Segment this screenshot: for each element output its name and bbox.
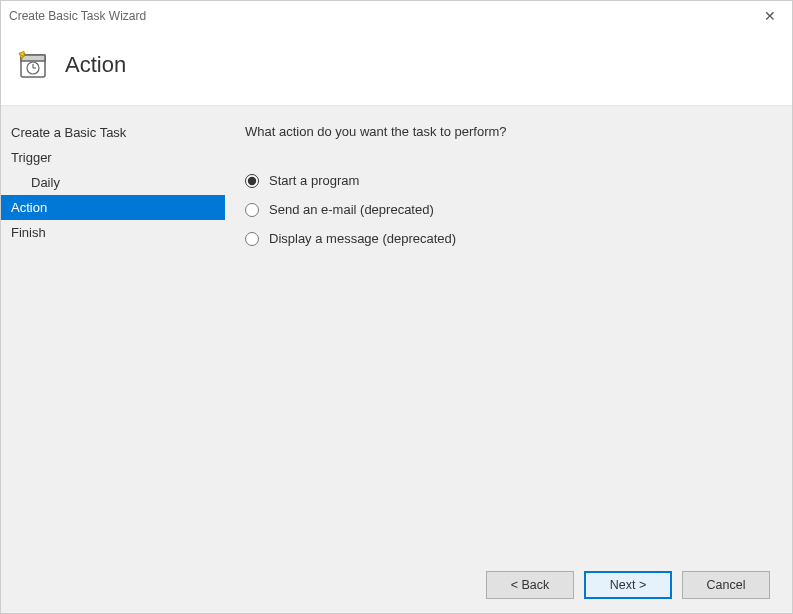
cancel-button[interactable]: Cancel [682,571,770,599]
svg-rect-1 [21,55,45,61]
sidebar-item-daily[interactable]: Daily [1,170,225,195]
sidebar-item-create-basic-task[interactable]: Create a Basic Task [1,120,225,145]
sidebar-item-action[interactable]: Action [1,195,225,220]
radio-display-message[interactable]: Display a message (deprecated) [245,231,772,246]
wizard-window: Create Basic Task Wizard ✕ Action Create… [0,0,793,614]
close-icon[interactable]: ✕ [756,8,784,24]
radio-send-email-input[interactable] [245,203,259,217]
next-button[interactable]: Next > [584,571,672,599]
window-title: Create Basic Task Wizard [9,9,146,23]
radio-start-program[interactable]: Start a program [245,173,772,188]
wizard-header: Action [1,31,792,105]
page-title: Action [65,52,126,78]
wizard-body: Create a Basic Task Trigger Daily Action… [1,105,792,557]
radio-send-email-label: Send an e-mail (deprecated) [269,202,434,217]
content-pane: What action do you want the task to perf… [225,106,792,557]
back-button[interactable]: < Back [486,571,574,599]
clock-task-icon [17,49,49,81]
action-prompt: What action do you want the task to perf… [245,124,772,139]
radio-send-email[interactable]: Send an e-mail (deprecated) [245,202,772,217]
radio-display-message-input[interactable] [245,232,259,246]
radio-start-program-input[interactable] [245,174,259,188]
sidebar-item-trigger[interactable]: Trigger [1,145,225,170]
radio-start-program-label: Start a program [269,173,359,188]
sidebar-item-finish[interactable]: Finish [1,220,225,245]
wizard-footer: < Back Next > Cancel [1,557,792,613]
titlebar: Create Basic Task Wizard ✕ [1,1,792,31]
radio-display-message-label: Display a message (deprecated) [269,231,456,246]
sidebar: Create a Basic Task Trigger Daily Action… [1,106,225,557]
